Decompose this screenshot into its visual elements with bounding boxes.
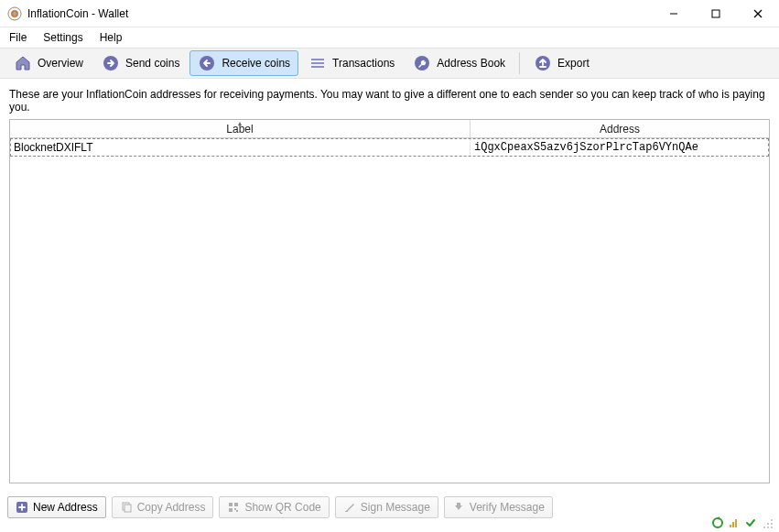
svg-rect-4 bbox=[712, 10, 719, 17]
sync-icon bbox=[711, 516, 724, 529]
svg-rect-19 bbox=[234, 503, 238, 506]
svg-rect-18 bbox=[229, 503, 233, 506]
menu-settings[interactable]: Settings bbox=[43, 31, 82, 44]
tab-addressbook[interactable]: Address Book bbox=[405, 50, 514, 76]
home-icon bbox=[14, 54, 32, 72]
sign-icon bbox=[343, 501, 356, 514]
toolbar-separator bbox=[519, 52, 520, 74]
svg-point-24 bbox=[713, 518, 722, 527]
verify-message-button[interactable]: Verify Message bbox=[444, 496, 553, 518]
svg-point-29 bbox=[771, 523, 773, 525]
svg-point-32 bbox=[767, 527, 769, 528]
bottom-toolbar: New Address Copy Address Show QR Code Si… bbox=[0, 489, 779, 522]
svg-rect-11 bbox=[311, 66, 324, 68]
new-address-label: New Address bbox=[33, 501, 98, 514]
close-button[interactable] bbox=[737, 0, 779, 27]
window-title: InflationCoin - Wallet bbox=[27, 7, 128, 20]
column-header-address[interactable]: Address bbox=[471, 120, 769, 137]
svg-rect-26 bbox=[732, 522, 734, 527]
table-body: BlocknetDXIFLT iQgxCpeaxS5azv6jSzorPlrcT… bbox=[10, 138, 769, 157]
svg-rect-23 bbox=[345, 511, 348, 512]
description-text: These are your InflationCoin addresses f… bbox=[9, 88, 770, 114]
qr-icon bbox=[227, 501, 240, 514]
svg-rect-21 bbox=[234, 508, 236, 510]
minimize-button[interactable] bbox=[653, 0, 695, 27]
statusbar bbox=[706, 514, 779, 532]
cell-label: BlocknetDXIFLT bbox=[10, 138, 471, 157]
tab-overview-label: Overview bbox=[38, 57, 83, 70]
resize-grip-icon[interactable] bbox=[761, 516, 774, 529]
tab-receive-label: Receive coins bbox=[222, 57, 290, 70]
address-table: ▴ Label Address BlocknetDXIFLT iQgxCpeax… bbox=[9, 119, 770, 483]
tab-transactions-label: Transactions bbox=[332, 57, 395, 70]
svg-rect-17 bbox=[124, 505, 131, 512]
menubar: File Settings Help bbox=[0, 27, 779, 48]
cell-address: iQgxCpeaxS5azv6jSzorPlrcTap6VYnQAe bbox=[471, 138, 769, 157]
tab-export-label: Export bbox=[557, 57, 590, 70]
export-icon bbox=[534, 54, 552, 72]
menu-file[interactable]: File bbox=[9, 31, 27, 44]
svg-rect-20 bbox=[229, 508, 233, 512]
tab-addressbook-label: Address Book bbox=[437, 57, 505, 70]
sort-indicator-icon: ▴ bbox=[238, 119, 242, 127]
svg-point-28 bbox=[771, 519, 773, 521]
network-icon bbox=[728, 516, 741, 529]
tab-receive[interactable]: Receive coins bbox=[189, 50, 298, 76]
plus-icon bbox=[16, 501, 28, 514]
new-address-button[interactable]: New Address bbox=[7, 496, 106, 518]
tab-export[interactable]: Export bbox=[525, 50, 598, 76]
menu-help[interactable]: Help bbox=[100, 31, 123, 44]
verify-icon bbox=[452, 501, 465, 514]
check-icon bbox=[744, 516, 757, 529]
verify-message-label: Verify Message bbox=[470, 501, 545, 514]
tab-send[interactable]: Send coins bbox=[93, 50, 188, 76]
copy-icon bbox=[120, 501, 133, 514]
svg-rect-25 bbox=[730, 525, 731, 527]
sign-message-button[interactable]: Sign Message bbox=[335, 496, 438, 518]
svg-point-30 bbox=[767, 523, 769, 525]
content-area: These are your InflationCoin addresses f… bbox=[0, 79, 779, 489]
copy-address-button[interactable]: Copy Address bbox=[112, 496, 214, 518]
sign-message-label: Sign Message bbox=[361, 501, 430, 514]
column-header-address-text: Address bbox=[600, 123, 640, 136]
svg-point-2 bbox=[13, 12, 16, 16]
svg-point-31 bbox=[771, 527, 773, 528]
svg-point-33 bbox=[763, 527, 765, 528]
svg-rect-22 bbox=[236, 510, 238, 512]
send-icon bbox=[102, 54, 120, 72]
app-icon bbox=[7, 6, 22, 21]
show-qr-label: Show QR Code bbox=[244, 501, 320, 514]
svg-rect-27 bbox=[735, 519, 737, 527]
wrench-icon bbox=[413, 54, 431, 72]
show-qr-button[interactable]: Show QR Code bbox=[219, 496, 329, 518]
receive-icon bbox=[198, 54, 216, 72]
maximize-button[interactable] bbox=[695, 0, 737, 27]
copy-address-label: Copy Address bbox=[137, 501, 206, 514]
tab-transactions[interactable]: Transactions bbox=[300, 50, 403, 76]
toolbar: Overview Send coins Receive coins Transa… bbox=[0, 48, 779, 79]
table-row[interactable]: BlocknetDXIFLT iQgxCpeaxS5azv6jSzorPlrcT… bbox=[10, 138, 769, 157]
svg-rect-10 bbox=[311, 62, 324, 64]
tab-send-label: Send coins bbox=[125, 57, 179, 70]
svg-rect-9 bbox=[311, 59, 324, 60]
transactions-icon bbox=[308, 54, 327, 72]
tab-overview[interactable]: Overview bbox=[5, 50, 92, 76]
titlebar: InflationCoin - Wallet bbox=[0, 0, 779, 27]
column-header-label[interactable]: ▴ Label bbox=[10, 120, 471, 137]
table-header: ▴ Label Address bbox=[10, 120, 769, 138]
